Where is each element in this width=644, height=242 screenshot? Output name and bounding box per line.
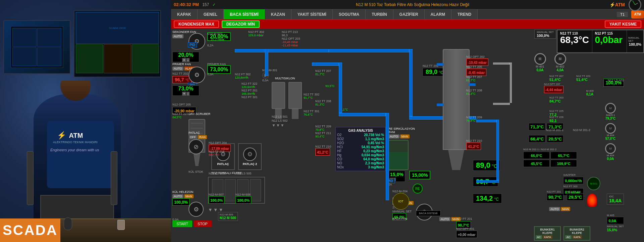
main-tower — [443, 49, 470, 150]
tt-89-large: 89,0 °C — [473, 160, 500, 171]
n10m301-val: 0,0A — [262, 79, 269, 82]
sekonder-current-label: 6,2A — [207, 44, 214, 47]
alert-kondenser: KONDENSER MAX — [174, 21, 219, 28]
blue-pipe-right-1 — [476, 120, 496, 122]
nav-genel[interactable]: GENEL — [198, 9, 224, 19]
bunker2-ac-btn[interactable]: AC — [565, 235, 572, 239]
primer-value-box: 73,0% + - — [172, 85, 199, 96]
alert-yakit: YAKIT KESME — [605, 21, 641, 28]
top-bar: 02:40:32 PM 157 ✓ N12 M 510 Toz Torbalı … — [171, 0, 644, 9]
primer-fan-label: PRIMER FAN — [172, 63, 191, 66]
primer-fan-gauge: ⚙ — [189, 67, 205, 83]
tt89-label: N12 TT 202 — [423, 64, 438, 68]
atm-logo: ⚡ATM — [609, 2, 625, 7]
n12pt201-val: 166,9m³/b — [241, 92, 255, 95]
dry-scrubber-label: DRY SCRUBER — [189, 112, 210, 116]
n12pt203-label: N12 OPT 203 — [282, 37, 300, 40]
resirkulasyon-label: RE SİRKÜLASYON — [388, 127, 415, 130]
baca-bottom-mode: AUTO MAN — [549, 207, 570, 211]
alert-bar: KONDENSER MAX DEGAZOR MİN YAKIT KESME — [171, 19, 644, 29]
n12pt301-label: N12 PT 301 — [241, 95, 258, 99]
n12pt302-label: N12 PT 302 — [248, 30, 264, 34]
start-btn[interactable]: START — [172, 220, 192, 227]
n10-auto[interactable]: AUTO — [439, 217, 450, 221]
n12tt208-r-val: 81,3°C — [466, 92, 476, 95]
gas-o2-row: O220,738 Vol % — [337, 133, 384, 137]
n12tt210-val: 41,2°C — [315, 148, 330, 156]
m402-val: 4,0A — [543, 68, 577, 72]
gasifier-circle: M 501 — [587, 177, 600, 190]
shirt-tagline: Engineers your dream with us — [50, 148, 99, 152]
bunker1-kap-btn[interactable]: KAPA — [543, 235, 552, 239]
sekonder-auto-btn[interactable]: AUTO — [172, 34, 183, 38]
pipe-v3 — [386, 113, 389, 200]
nav-baca-sistemi[interactable]: BACA SİSTEMİ — [224, 9, 265, 19]
n12m204-label: N12-M-204 — [392, 190, 408, 193]
primer-auto-btn[interactable]: AUTO — [172, 67, 183, 71]
n10m201-label: N10 M 201-1 — [546, 128, 564, 132]
n12tt302-val: 91,7°C — [304, 96, 313, 99]
n12ft302-label: N12 FT 302 — [235, 73, 251, 76]
nav-gazifier[interactable]: GAZİFİER — [393, 9, 425, 19]
n12tt207-r-val: 81,7°C — [466, 79, 476, 82]
nav-yakit-sistemi[interactable]: YAKIT SİSTEMİ — [291, 9, 333, 19]
nav-trend[interactable]: TREND — [451, 9, 478, 19]
nav-t1[interactable]: T1 — [617, 12, 628, 17]
n12tt202-label2: N12 TT 205 — [466, 65, 482, 69]
tt110-val: 68,3°C — [560, 35, 589, 45]
n12m508-val: 100,0% — [235, 196, 251, 204]
n10m201-2-label: N10 M 201-2 — [573, 128, 590, 132]
sekonder-value-box: 20,0% + - — [172, 52, 199, 62]
gas-co-row: CO64,0 mg/Nm3 — [337, 157, 384, 161]
n12tt301-val: 76,6°C — [304, 113, 313, 116]
nav-alarm[interactable]: ALARM — [425, 9, 451, 19]
n12ft302-val: 120,6m³/h — [235, 76, 249, 79]
res-man-btn: MAN — [400, 134, 410, 138]
n12m508-label: N12-M-508 — [235, 193, 251, 196]
flame-area — [587, 194, 597, 208]
patlas-off-btn[interactable]: OFF — [189, 135, 197, 139]
baca-sistemi-display: BACA SİSTEMİ — [416, 210, 441, 216]
nav-kapak[interactable]: KAPAK — [171, 9, 198, 19]
n12tt209-label: N12 TT 209 — [315, 125, 331, 128]
manual-set-top: MANUAL SET 100,0% — [534, 30, 556, 39]
n10-m502-val: 20,1 mbar — [211, 38, 224, 41]
n12tt209-val: 79,8°C — [315, 128, 325, 131]
n12dpt201-val: +0,00 mbar — [456, 231, 477, 238]
n12tt301-label: N12 TT 301 — [304, 110, 319, 113]
nav-turbin[interactable]: TURBİN — [366, 9, 393, 19]
scada-main: N12 TT 110 68,3°C N12 PT 115 0,0bar MANU… — [171, 29, 644, 242]
kul-auto-btn[interactable]: AUTO — [172, 194, 183, 198]
tt223-rp: N12 TT 223 51,4°C — [576, 75, 590, 82]
re-symbol: RE — [413, 184, 423, 194]
bunker1-ac-btn[interactable]: AC — [536, 235, 542, 239]
sekonder-fan-controls: AUTO — [172, 34, 183, 38]
bunker2-kap-btn[interactable]: KAPA — [572, 235, 582, 239]
m402-area: M M 402 4,0A — [543, 53, 577, 73]
gas-hcl-row: HCl54,91 mg/Nm3 — [337, 145, 384, 149]
baca-fan-label: BACA FAN — [392, 217, 407, 220]
primer-plus-btn[interactable]: + — [182, 92, 186, 95]
baca-bottom-auto[interactable]: AUTO — [549, 207, 560, 211]
primer-minus-btn[interactable]: - — [186, 92, 190, 95]
stop-btn[interactable]: STOP — [194, 220, 212, 227]
n12opt205-label: N12 OPT 205 — [172, 103, 191, 106]
n12tt207-label: N12 TT 207 — [315, 69, 331, 73]
n12tt208-val: 81,3°C — [315, 103, 325, 106]
nav-kazan[interactable]: KAZAN — [265, 9, 291, 19]
system-title: N12 M 510 Toz Torbalı Filtre Altı Soğutm… — [219, 2, 606, 7]
nav-sogutma[interactable]: SOGUTMA — [333, 9, 366, 19]
n12pt302-val: 129,0 mbar — [248, 34, 264, 37]
res-auto-btn[interactable]: AUTO — [388, 134, 399, 138]
pipe-v4 — [409, 49, 413, 116]
sekonder-minus-btn[interactable]: - — [186, 58, 190, 62]
temp-93-val: 93,5°C — [325, 84, 335, 88]
res-display: 15,00% — [409, 171, 430, 179]
n12dpt204-label: N12 DPT 204 — [209, 141, 227, 145]
kul-man-btn: MAN — [184, 194, 194, 198]
gas-no-row: NO2,3 mg/Nm3 — [337, 161, 384, 165]
n12pt213-val: 96,3 — [282, 34, 288, 37]
sekonder-plus-btn[interactable]: + — [182, 58, 186, 62]
main-pipe-v1 — [265, 49, 268, 76]
n12pt201-bot-label: N12 PT 201 — [456, 217, 472, 220]
